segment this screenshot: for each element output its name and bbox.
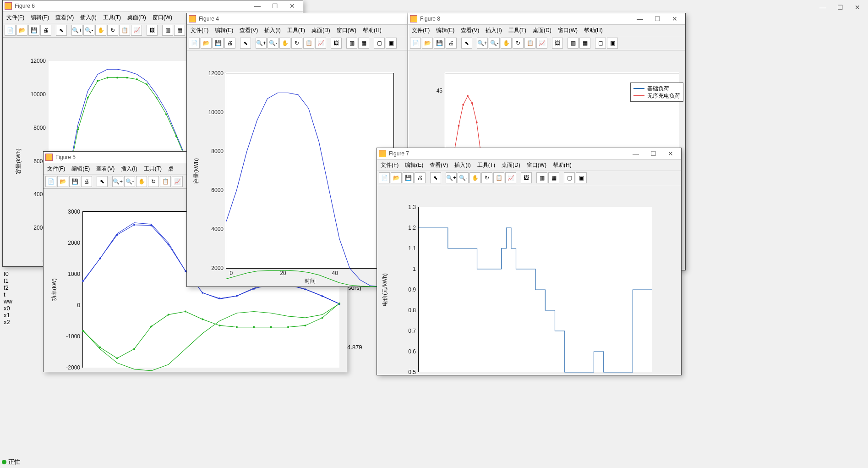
menu-insert[interactable]: 插入(I) bbox=[454, 161, 470, 169]
fig6-min-button[interactable]: — bbox=[249, 0, 266, 11]
toolbar-button[interactable]: 🖨 bbox=[224, 38, 235, 49]
toolbar-button[interactable]: 📂 bbox=[201, 38, 212, 49]
toolbar-button[interactable]: 💾 bbox=[28, 25, 39, 36]
fig6-close-button[interactable]: ✕ bbox=[284, 0, 301, 11]
toolbar-button[interactable]: 🔍+ bbox=[256, 38, 267, 49]
toolbar-button[interactable]: ▢ bbox=[595, 38, 606, 49]
toolbar-button[interactable]: ⬉ bbox=[461, 38, 472, 49]
fig7-min-button[interactable]: — bbox=[627, 148, 644, 159]
toolbar-button[interactable]: 🖼 bbox=[521, 172, 532, 183]
menu-tools[interactable]: 工具(T) bbox=[144, 165, 162, 173]
toolbar-button[interactable]: 💾 bbox=[434, 38, 445, 49]
var-t[interactable]: t bbox=[4, 291, 12, 298]
menu-desktop[interactable]: 桌面(D) bbox=[127, 14, 146, 22]
main-min-button[interactable]: — bbox=[814, 2, 831, 13]
toolbar-button[interactable]: 🔍+ bbox=[477, 38, 488, 49]
toolbar-button[interactable]: ✋ bbox=[469, 172, 480, 183]
toolbar-button[interactable]: 🖼 bbox=[552, 38, 563, 49]
menu-view[interactable]: 查看(V) bbox=[96, 165, 115, 173]
menu-edit[interactable]: 编辑(E) bbox=[405, 161, 423, 169]
toolbar-button[interactable]: ✋ bbox=[136, 176, 147, 187]
menu-tools[interactable]: 工具(T) bbox=[103, 14, 121, 22]
toolbar-button[interactable]: 🔍+ bbox=[112, 176, 123, 187]
toolbar-button[interactable]: ↻ bbox=[513, 38, 524, 49]
menu-window[interactable]: 窗口(W) bbox=[337, 27, 356, 34]
toolbar-button[interactable]: 🖨 bbox=[40, 25, 51, 36]
menu-window[interactable]: 窗口(W) bbox=[153, 14, 172, 22]
toolbar-button[interactable]: ▦ bbox=[579, 38, 590, 49]
toolbar-button[interactable]: 📋 bbox=[160, 176, 171, 187]
main-close-button[interactable]: ✕ bbox=[849, 2, 866, 13]
figure7-window[interactable]: Figure 7 — ☐ ✕ 文件(F) 编辑(E) 查看(V) 插入(I) 工… bbox=[377, 148, 682, 375]
menu-tools[interactable]: 工具(T) bbox=[287, 27, 305, 34]
toolbar-button[interactable]: 🖨 bbox=[81, 176, 92, 187]
menu-view[interactable]: 查看(V) bbox=[461, 27, 479, 34]
toolbar-button[interactable]: 📋 bbox=[493, 172, 504, 183]
toolbar-button[interactable]: ↻ bbox=[481, 172, 492, 183]
toolbar-button[interactable]: 📋 bbox=[524, 38, 535, 49]
toolbar-button[interactable]: ▢ bbox=[374, 38, 385, 49]
figure4-titlebar[interactable]: Figure 4 bbox=[187, 13, 407, 25]
toolbar-button[interactable]: ⬉ bbox=[56, 25, 67, 36]
menu-edit[interactable]: 编辑(E) bbox=[215, 27, 233, 34]
fig4-axes[interactable]: 2000 4000 6000 8000 10000 12000 0 20 40 … bbox=[226, 73, 394, 269]
menu-desktop[interactable]: 桌 bbox=[168, 165, 174, 173]
toolbar-button[interactable]: 📂 bbox=[57, 176, 68, 187]
menu-view[interactable]: 查看(V) bbox=[240, 27, 258, 34]
toolbar-button[interactable]: 📈 bbox=[172, 176, 183, 187]
fig8-close-button[interactable]: ✕ bbox=[666, 13, 683, 24]
toolbar-button[interactable]: ▥ bbox=[568, 38, 579, 49]
figure7-titlebar[interactable]: Figure 7 — ☐ ✕ bbox=[377, 148, 681, 160]
toolbar-button[interactable]: 💾 bbox=[69, 176, 80, 187]
toolbar-button[interactable]: ▦ bbox=[174, 25, 185, 36]
menu-window[interactable]: 窗口(W) bbox=[558, 27, 578, 34]
toolbar-button[interactable]: ▣ bbox=[576, 172, 587, 183]
menu-edit[interactable]: 编辑(E) bbox=[71, 165, 90, 173]
figure8-titlebar[interactable]: Figure 8 — ☐ ✕ bbox=[408, 13, 685, 25]
toolbar-button[interactable]: 💾 bbox=[403, 172, 414, 183]
toolbar-button[interactable]: ⬉ bbox=[240, 38, 251, 49]
toolbar-button[interactable]: 📋 bbox=[119, 25, 130, 36]
fig7-max-button[interactable]: ☐ bbox=[644, 148, 662, 159]
toolbar-button[interactable]: ↻ bbox=[107, 25, 118, 36]
toolbar-button[interactable]: 🖼 bbox=[147, 25, 158, 36]
menu-window[interactable]: 窗口(W) bbox=[527, 161, 546, 169]
menu-help[interactable]: 帮助(H) bbox=[363, 27, 382, 34]
toolbar-button[interactable]: 📄 bbox=[189, 38, 200, 49]
var-x1[interactable]: x1 bbox=[4, 312, 12, 319]
toolbar-button[interactable]: 📈 bbox=[131, 25, 142, 36]
toolbar-button[interactable]: ▥ bbox=[346, 38, 357, 49]
var-f1[interactable]: f1 bbox=[4, 277, 12, 284]
toolbar-button[interactable]: ▥ bbox=[162, 25, 173, 36]
toolbar-button[interactable]: ▣ bbox=[607, 38, 618, 49]
menu-desktop[interactable]: 桌面(D) bbox=[311, 27, 330, 34]
toolbar-button[interactable]: 🔍- bbox=[83, 25, 94, 36]
toolbar-button[interactable]: 📄 bbox=[410, 38, 421, 49]
menu-help[interactable]: 帮助(H) bbox=[553, 161, 572, 169]
figure4-window[interactable]: Figure 4 文件(F) 编辑(E) 查看(V) 插入(I) 工具(T) 桌… bbox=[186, 13, 407, 287]
toolbar-button[interactable]: 🖼 bbox=[331, 38, 342, 49]
toolbar-button[interactable]: ✋ bbox=[279, 38, 290, 49]
toolbar-button[interactable]: 📄 bbox=[45, 176, 56, 187]
toolbar-button[interactable]: 📄 bbox=[379, 172, 390, 183]
toolbar-button[interactable]: 🔍+ bbox=[446, 172, 457, 183]
toolbar-button[interactable]: ▢ bbox=[564, 172, 575, 183]
toolbar-button[interactable]: 🖨 bbox=[415, 172, 426, 183]
menu-view[interactable]: 查看(V) bbox=[55, 14, 74, 22]
var-x0[interactable]: x0 bbox=[4, 305, 12, 312]
menu-tools[interactable]: 工具(T) bbox=[477, 161, 495, 169]
toolbar-button[interactable]: 📂 bbox=[391, 172, 402, 183]
menu-help[interactable]: 帮助(H) bbox=[584, 27, 603, 34]
menu-insert[interactable]: 插入(I) bbox=[486, 27, 502, 34]
menu-edit[interactable]: 编辑(E) bbox=[436, 27, 454, 34]
menu-file[interactable]: 文件(F) bbox=[191, 27, 208, 34]
toolbar-button[interactable]: ▦ bbox=[358, 38, 369, 49]
toolbar-button[interactable]: 📂 bbox=[422, 38, 433, 49]
var-ww[interactable]: ww bbox=[4, 298, 12, 305]
fig7-close-button[interactable]: ✕ bbox=[662, 148, 679, 159]
menu-desktop[interactable]: 桌面(D) bbox=[533, 27, 551, 34]
fig8-min-button[interactable]: — bbox=[631, 13, 649, 24]
toolbar-button[interactable]: 📈 bbox=[505, 172, 516, 183]
toolbar-button[interactable]: 📈 bbox=[315, 38, 326, 49]
toolbar-button[interactable]: ✋ bbox=[501, 38, 512, 49]
